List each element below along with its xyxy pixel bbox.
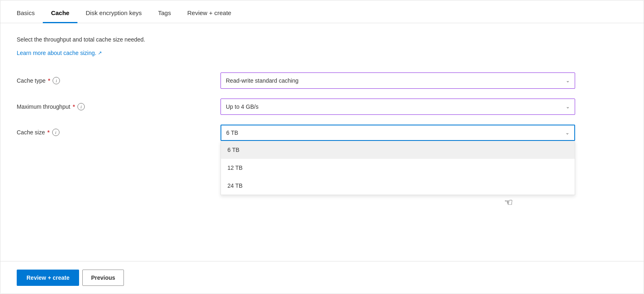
tab-basics[interactable]: Basics [17,9,43,23]
cache-size-option-6tb[interactable]: 6 TB [221,141,575,159]
cache-type-dropdown[interactable]: Read-write standard caching ⌄ [221,72,575,89]
review-create-button[interactable]: Review + create [17,270,79,286]
previous-button[interactable]: Previous [82,270,124,286]
max-throughput-arrow-icon: ⌄ [566,104,570,110]
max-throughput-dropdown[interactable]: Up to 4 GB/s ⌄ [221,99,575,115]
cache-type-control: Read-write standard caching ⌄ [221,72,575,89]
cache-size-dropdown-menu: 6 TB 12 TB 24 TB [221,141,575,195]
external-link-icon: ↗ [98,50,102,56]
form-fields: Cache type * i Read-write standard cachi… [17,72,627,151]
cache-type-arrow-icon: ⌄ [566,78,570,83]
max-throughput-required: * [73,103,75,110]
cache-type-required: * [48,77,50,84]
max-throughput-label: Maximum throughput * i [17,103,221,110]
max-throughput-row: Maximum throughput * i Up to 4 GB/s ⌄ [17,99,627,115]
main-content: Select the throughput and total cache si… [0,23,644,294]
max-throughput-control: Up to 4 GB/s ⌄ [221,99,575,115]
max-throughput-info-icon[interactable]: i [77,103,85,110]
cache-size-option-12tb[interactable]: 12 TB [221,159,575,177]
cache-size-row: Cache size * i 6 TB ⌄ 6 TB [17,125,627,141]
tab-disk-encryption[interactable]: Disk encryption keys [77,9,150,23]
learn-more-link[interactable]: Learn more about cache sizing. ↗ [17,50,102,56]
tab-review-create[interactable]: Review + create [179,9,239,23]
description-text: Select the throughput and total cache si… [17,36,627,43]
cursor-hand-icon: ☜ [504,197,513,208]
bottom-bar: Review + create Previous [0,261,644,294]
cache-size-dropdown[interactable]: 6 TB ⌄ [221,125,575,141]
cache-size-info-icon[interactable]: i [52,129,60,136]
cache-size-label: Cache size * i [17,125,221,136]
cache-type-info-icon[interactable]: i [53,77,60,84]
cache-size-arrow-icon: ⌄ [565,130,569,136]
cache-type-label: Cache type * i [17,77,221,84]
cache-size-control: 6 TB ⌄ 6 TB 12 TB 24 TB [221,125,575,141]
tab-tags[interactable]: Tags [150,9,179,23]
tab-cache[interactable]: Cache [43,9,77,23]
page-container: Basics Cache Disk encryption keys Tags R… [0,0,644,294]
tabs-bar: Basics Cache Disk encryption keys Tags R… [0,0,644,23]
cache-size-required: * [47,129,49,136]
cache-type-row: Cache type * i Read-write standard cachi… [17,72,627,89]
cache-size-option-24tb[interactable]: 24 TB [221,177,575,195]
